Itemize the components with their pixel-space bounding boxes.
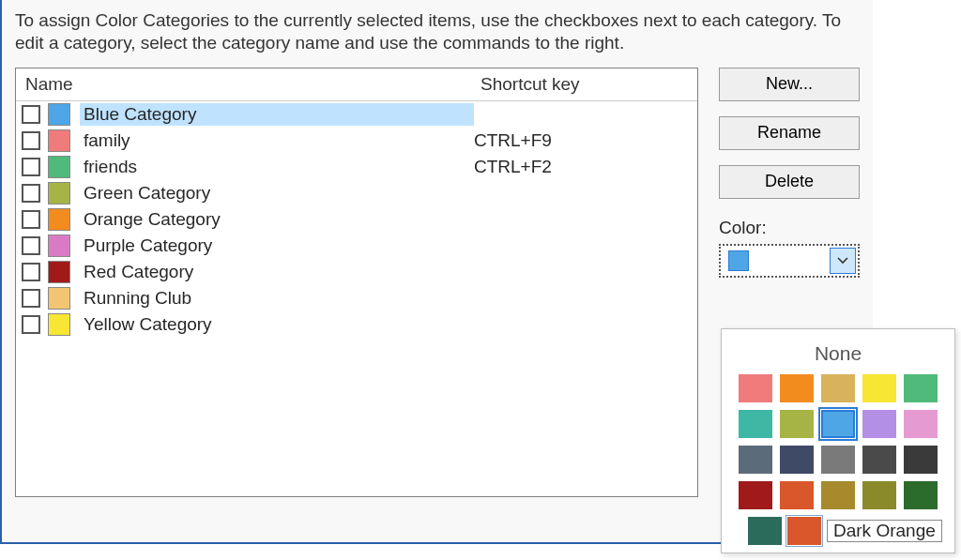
- category-shortcut: CTRL+F2: [474, 157, 692, 177]
- category-color-swatch: [48, 156, 70, 178]
- category-list[interactable]: Name Shortcut key Blue CategoryfamilyCTR…: [15, 68, 698, 497]
- category-label[interactable]: Red Category: [80, 261, 474, 283]
- category-checkbox[interactable]: [22, 315, 40, 334]
- palette-swatch[interactable]: [862, 410, 896, 438]
- new-button[interactable]: New...: [719, 68, 860, 101]
- palette-swatch[interactable]: [862, 446, 896, 474]
- palette-swatch[interactable]: [780, 481, 814, 509]
- palette-swatch[interactable]: [821, 446, 855, 474]
- palette-tooltip: Dark Orange: [827, 520, 942, 542]
- category-label[interactable]: family: [80, 129, 474, 152]
- palette-swatch[interactable]: [904, 481, 938, 509]
- color-preview-swatch: [728, 250, 749, 271]
- category-color-swatch: [48, 313, 70, 336]
- category-checkbox[interactable]: [22, 184, 40, 203]
- category-color-swatch: [48, 103, 70, 126]
- category-row[interactable]: friendsCTRL+F2: [16, 154, 697, 180]
- palette-swatch[interactable]: [748, 517, 782, 545]
- category-label[interactable]: Green Category: [80, 182, 474, 204]
- palette-swatch[interactable]: [904, 446, 938, 474]
- category-row[interactable]: Orange Category: [16, 206, 697, 233]
- category-color-swatch: [48, 182, 70, 204]
- category-color-swatch: [48, 208, 70, 231]
- delete-button[interactable]: Delete: [719, 165, 860, 199]
- palette-swatch[interactable]: [739, 410, 772, 438]
- category-checkbox[interactable]: [22, 131, 40, 150]
- palette-swatch[interactable]: [739, 481, 772, 509]
- category-label[interactable]: Orange Category: [80, 208, 474, 231]
- palette-swatch[interactable]: [780, 446, 814, 474]
- color-dropdown[interactable]: [719, 244, 860, 278]
- category-color-swatch: [48, 129, 70, 152]
- category-label[interactable]: Blue Category: [80, 103, 474, 126]
- color-palette-popup[interactable]: None Dark Orange: [721, 328, 955, 553]
- dialog-instruction: To assign Color Categories to the curren…: [15, 9, 860, 54]
- category-label[interactable]: Yellow Category: [80, 313, 474, 336]
- palette-swatch[interactable]: [787, 517, 821, 545]
- category-row[interactable]: Green Category: [16, 180, 697, 206]
- category-color-swatch: [48, 287, 70, 310]
- palette-swatch[interactable]: [862, 481, 896, 509]
- palette-swatch[interactable]: [821, 481, 855, 509]
- category-checkbox[interactable]: [22, 289, 40, 308]
- palette-none-option[interactable]: None: [733, 339, 943, 374]
- category-checkbox[interactable]: [22, 158, 40, 176]
- category-color-swatch: [48, 235, 70, 257]
- palette-swatch[interactable]: [862, 374, 896, 402]
- color-label: Color:: [719, 218, 860, 238]
- category-row[interactable]: Purple Category: [16, 233, 697, 259]
- category-checkbox[interactable]: [22, 263, 40, 281]
- palette-swatch[interactable]: [821, 410, 855, 438]
- category-color-swatch: [48, 261, 70, 283]
- category-list-header: Name Shortcut key: [16, 68, 697, 101]
- column-header-shortcut[interactable]: Shortcut key: [471, 68, 697, 100]
- palette-swatch[interactable]: [821, 374, 855, 402]
- category-label[interactable]: Purple Category: [80, 235, 474, 257]
- category-checkbox[interactable]: [22, 236, 40, 255]
- category-checkbox[interactable]: [22, 105, 40, 124]
- palette-swatch[interactable]: [780, 410, 814, 438]
- category-row[interactable]: Blue Category: [16, 101, 697, 128]
- category-row[interactable]: Running Club: [16, 285, 697, 311]
- category-row[interactable]: Red Category: [16, 259, 697, 285]
- category-label[interactable]: Running Club: [80, 287, 474, 310]
- category-shortcut: CTRL+F9: [474, 130, 692, 151]
- category-row[interactable]: Yellow Category: [16, 311, 697, 338]
- rename-button[interactable]: Rename: [719, 116, 860, 150]
- palette-swatch[interactable]: [904, 374, 938, 402]
- palette-grid: [733, 374, 943, 509]
- category-checkbox[interactable]: [22, 210, 40, 229]
- column-header-name[interactable]: Name: [16, 68, 471, 100]
- category-label[interactable]: friends: [80, 156, 474, 178]
- chevron-down-icon[interactable]: [830, 248, 856, 274]
- palette-swatch[interactable]: [904, 410, 938, 438]
- palette-swatch[interactable]: [739, 374, 772, 402]
- palette-swatch[interactable]: [780, 374, 814, 402]
- palette-swatch[interactable]: [739, 446, 772, 474]
- category-row[interactable]: familyCTRL+F9: [16, 128, 697, 154]
